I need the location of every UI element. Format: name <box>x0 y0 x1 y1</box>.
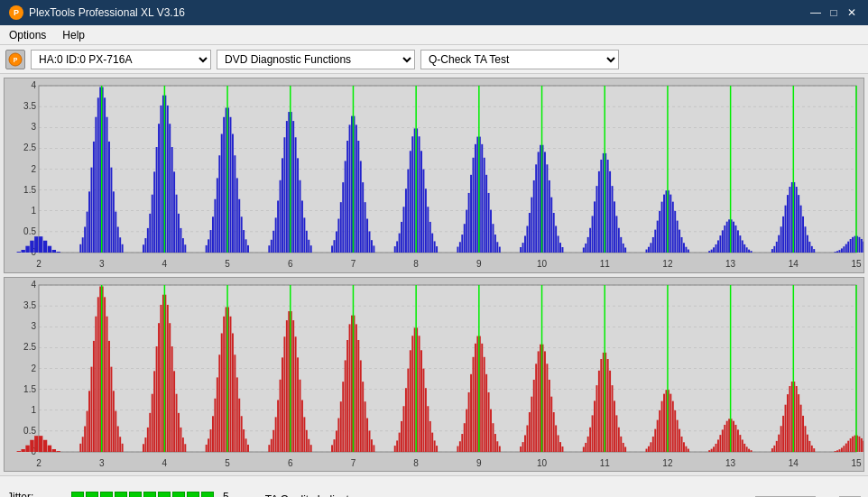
main-content <box>0 74 868 475</box>
jitter-value: 5 <box>223 491 229 498</box>
bar-segment <box>143 492 156 498</box>
menu-bar: Options Help <box>0 25 868 45</box>
bottom-chart-container <box>4 277 864 473</box>
top-chart-container <box>4 78 864 273</box>
menu-options[interactable]: Options <box>5 28 50 42</box>
title-bar-controls: — □ ✕ <box>808 5 859 20</box>
test-select[interactable]: Q-Check TA Test <box>420 50 619 69</box>
jitter-bars <box>71 492 214 498</box>
jitter-row: Jitter: 5 <box>7 491 229 498</box>
bar-segment <box>201 492 214 498</box>
bottom-panel: Jitter: 5 Peak Shift: 5 TA Quality Indic… <box>0 475 868 497</box>
window-title: PlexTools Professional XL V3.16 <box>29 6 185 19</box>
jitter-label: Jitter: <box>7 491 66 498</box>
function-select[interactable]: DVD Diagnostic Functions <box>217 50 415 69</box>
metrics-left: Jitter: 5 Peak Shift: 5 <box>7 491 229 498</box>
bar-segment <box>172 492 185 498</box>
top-chart <box>5 78 863 272</box>
app-icon: P <box>9 5 23 20</box>
bar-segment <box>71 492 84 498</box>
bar-segment <box>158 492 171 498</box>
bar-segment <box>115 492 127 498</box>
bar-segment <box>86 492 98 498</box>
toolbar: P HA:0 ID:0 PX-716A DVD Diagnostic Funct… <box>0 45 868 74</box>
drive-icon: P <box>5 50 25 69</box>
maximize-button[interactable]: □ <box>826 5 841 20</box>
minimize-button[interactable]: — <box>808 5 823 20</box>
ta-quality-section: TA Quality Indicator: Excellent <box>265 493 362 498</box>
bar-segment <box>187 492 199 498</box>
svg-text:P: P <box>14 57 18 63</box>
title-bar: P PlexTools Professional XL V3.16 — □ ✕ <box>0 0 868 25</box>
ta-quality-label: TA Quality Indicator: <box>265 493 362 498</box>
bar-segment <box>100 492 113 498</box>
bar-segment <box>129 492 142 498</box>
drive-select[interactable]: HA:0 ID:0 PX-716A <box>31 50 211 69</box>
menu-help[interactable]: Help <box>59 28 88 42</box>
bottom-chart <box>5 278 863 472</box>
close-button[interactable]: ✕ <box>845 5 859 20</box>
